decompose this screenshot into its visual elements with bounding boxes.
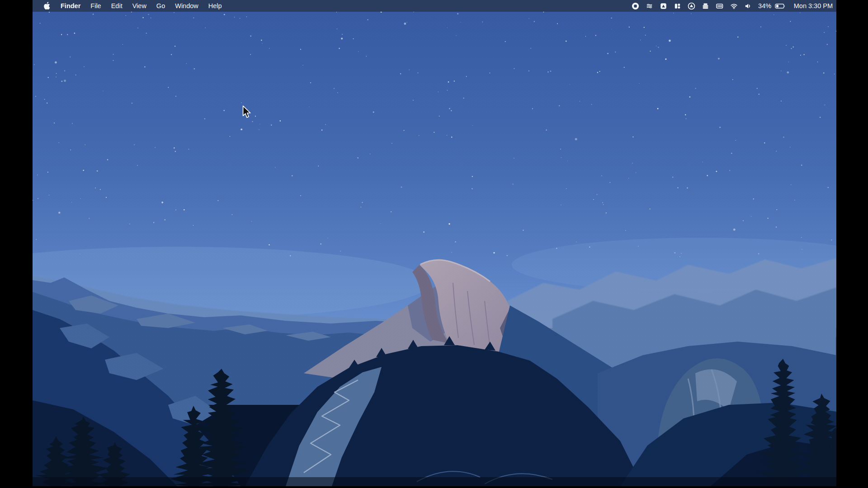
wallpaper-art [33,12,836,486]
fan-circle-triangle-icon[interactable] [688,0,695,12]
apple-logo-icon [43,2,50,10]
battery-percent: 34% [758,2,771,9]
menu-file[interactable]: File [85,0,106,12]
battery-fill [776,5,778,7]
mouse-cursor [242,105,251,118]
menu-bar-clock[interactable]: Mon 3:30 PM [794,2,833,9]
battery-meter-icon[interactable] [716,0,724,12]
window-tiles-icon[interactable] [674,0,681,12]
virtual-screen: Finder File Edit View Go Window Help [33,0,836,486]
menu-bar: Finder File Edit View Go Window Help [33,0,836,12]
apple-menu[interactable] [43,2,51,10]
menu-bar-status: 34% Mon 3:30 PM [632,0,836,12]
desktop-wallpaper [33,12,836,486]
capture-triangle-icon[interactable] [660,0,667,12]
menu-app-name[interactable]: Finder [61,0,85,12]
menu-window[interactable]: Window [170,0,203,12]
layers-icon[interactable] [646,0,653,12]
volume-icon[interactable] [744,0,752,12]
menu-edit[interactable]: Edit [106,0,127,12]
menu-bar-left: Finder File Edit View Go Window Help [33,0,227,12]
wifi-icon[interactable] [730,0,738,12]
screen-recording-icon[interactable] [632,0,639,12]
menu-go[interactable]: Go [151,0,170,12]
menu-help[interactable]: Help [203,0,227,12]
battery-icon[interactable] [775,0,786,12]
disk-stack-icon[interactable] [702,0,709,12]
menu-view[interactable]: View [127,0,151,12]
